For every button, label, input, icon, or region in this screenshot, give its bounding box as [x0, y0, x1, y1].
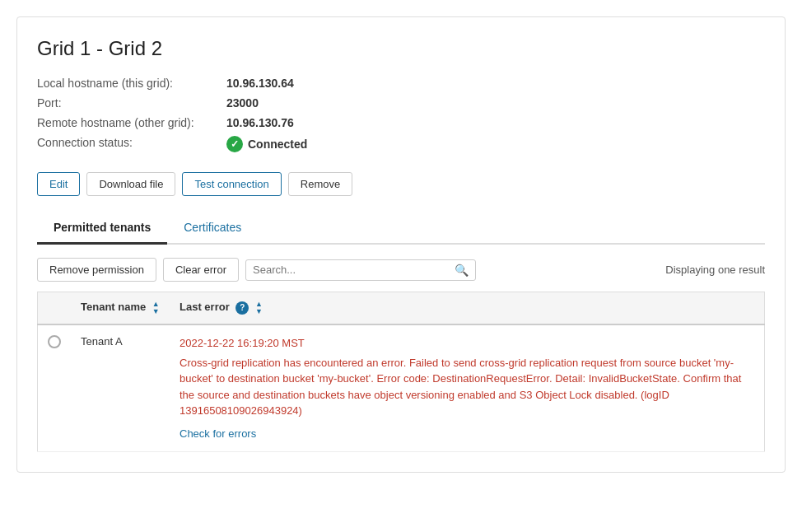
action-toolbar: Edit Download file Test connection Remov… — [37, 172, 765, 196]
table-toolbar: Remove permission Clear error 🔍 Displayi… — [37, 258, 765, 282]
error-timestamp: 2022-12-22 16:19:20 MST — [180, 335, 754, 352]
search-input[interactable] — [253, 264, 455, 276]
connection-status-value: ✓ Connected — [226, 136, 765, 152]
local-hostname-label: Local hostname (this grid): — [37, 77, 218, 90]
table-header-row: Tenant name ▲ ▼ Last error ? ▲ ▼ — [38, 292, 765, 325]
row-select-cell[interactable] — [38, 324, 72, 452]
test-connection-button[interactable]: Test connection — [182, 172, 281, 196]
main-container: Grid 1 - Grid 2 Local hostname (this gri… — [16, 16, 786, 473]
page-title: Grid 1 - Grid 2 — [37, 37, 765, 60]
connected-check-icon: ✓ — [226, 136, 243, 152]
tab-bar: Permitted tenants Certificates — [37, 212, 765, 245]
tenant-name-sort-icon[interactable]: ▲ ▼ — [152, 301, 160, 315]
last-error-cell: 2022-12-22 16:19:20 MST Cross-grid repli… — [170, 324, 765, 452]
table-toolbar-left: Remove permission Clear error 🔍 — [37, 258, 476, 282]
last-error-column-header: Last error ? ▲ ▼ — [170, 292, 765, 325]
row-radio-button[interactable] — [48, 335, 61, 348]
table-row: Tenant A 2022-12-22 16:19:20 MST Cross-g… — [38, 324, 765, 452]
search-icon: 🔍 — [455, 264, 469, 277]
connection-status-label: Connection status: — [37, 136, 218, 152]
remote-hostname-label: Remote hostname (other grid): — [37, 116, 218, 129]
check-for-errors-link[interactable]: Check for errors — [180, 427, 256, 440]
search-box: 🔍 — [245, 259, 476, 281]
tab-permitted-tenants[interactable]: Permitted tenants — [37, 212, 167, 245]
tenant-name-column-header: Tenant name ▲ ▼ — [71, 292, 170, 325]
edit-button[interactable]: Edit — [37, 172, 80, 196]
port-label: Port: — [37, 96, 218, 110]
remove-permission-button[interactable]: Remove permission — [37, 258, 156, 282]
tenant-name-cell: Tenant A — [71, 324, 170, 452]
error-message: Cross-grid replication has encountered a… — [180, 355, 754, 419]
tenant-table: Tenant name ▲ ▼ Last error ? ▲ ▼ — [37, 292, 765, 452]
last-error-sort-icon[interactable]: ▲ ▼ — [255, 301, 263, 315]
result-count: Displaying one result — [665, 264, 765, 276]
select-column-header — [38, 292, 72, 325]
remove-button[interactable]: Remove — [288, 172, 352, 196]
local-hostname-value: 10.96.130.64 — [226, 77, 765, 90]
remote-hostname-value: 10.96.130.76 — [226, 116, 765, 129]
tab-certificates[interactable]: Certificates — [167, 212, 258, 245]
download-file-button[interactable]: Download file — [86, 172, 175, 196]
info-section: Local hostname (this grid): 10.96.130.64… — [37, 77, 765, 152]
clear-error-button[interactable]: Clear error — [163, 258, 239, 282]
last-error-help-icon[interactable]: ? — [235, 301, 249, 315]
port-value: 23000 — [226, 96, 765, 110]
